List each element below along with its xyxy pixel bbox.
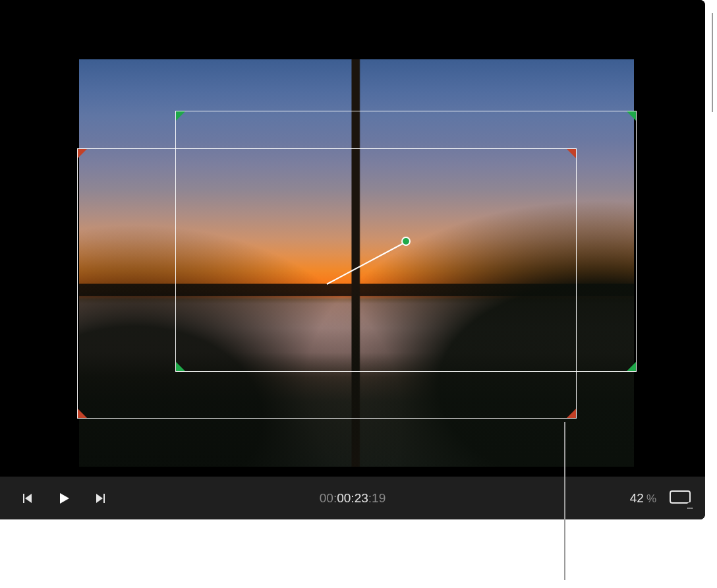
svg-point-2 — [689, 508, 691, 509]
end-handle-tr[interactable] — [627, 111, 636, 121]
ellipsis-icon — [687, 502, 693, 509]
zoom-control[interactable]: 42 % — [630, 491, 656, 506]
zoom-value: 42 — [630, 491, 644, 506]
next-frame-button[interactable] — [92, 490, 109, 507]
svg-point-1 — [687, 508, 689, 509]
kenburns-motion-end-dot[interactable] — [401, 237, 411, 246]
viewer-toolbar: 00 : 00 : 23 : 19 42 % — [0, 477, 705, 519]
end-handle-tl[interactable] — [176, 111, 185, 121]
playback-controls — [0, 490, 109, 507]
tc-hours: 00 — [320, 491, 333, 506]
tc-minutes: 00 — [337, 491, 351, 506]
view-options-button[interactable] — [670, 489, 692, 508]
end-handle-br[interactable] — [627, 362, 636, 371]
start-handle-br[interactable] — [567, 409, 576, 418]
svg-rect-0 — [670, 491, 690, 503]
svg-point-3 — [691, 508, 693, 509]
play-button[interactable] — [55, 490, 72, 507]
preview-viewer[interactable] — [0, 0, 705, 477]
start-handle-tl[interactable] — [78, 149, 87, 158]
start-handle-bl[interactable] — [78, 409, 87, 418]
timecode-display[interactable]: 00 : 00 : 23 : 19 — [320, 491, 386, 506]
callout-leader-bottom — [564, 422, 565, 580]
video-editor-window: 00 : 00 : 23 : 19 42 % — [0, 0, 705, 519]
tc-seconds: 23 — [355, 491, 368, 506]
end-handle-bl[interactable] — [176, 362, 185, 371]
tc-frames: 19 — [372, 491, 386, 506]
callout-leader-top — [712, 13, 713, 112]
previous-frame-button[interactable] — [18, 490, 36, 507]
percent-icon: % — [646, 492, 656, 506]
